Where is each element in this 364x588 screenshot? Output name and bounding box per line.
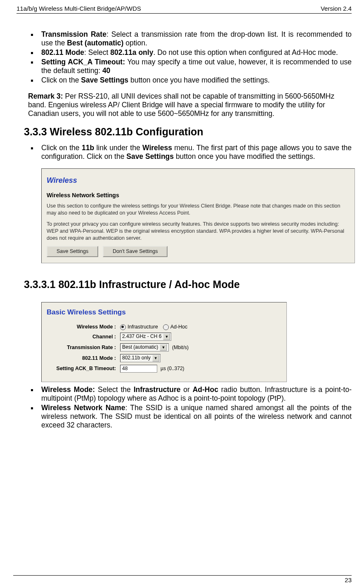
header-right: Version 2.4 [321,5,352,12]
top-bullet-list: Transmission Rate: Select a transmission… [17,30,352,85]
fig1-p2: To protect your privacy you can configur… [47,221,349,242]
chevron-down-icon: ▼ [160,344,167,351]
select-transmission-rate[interactable]: Best (automatic)▼ [120,343,169,352]
bullet-click-11b: Click on the 11b link under the Wireless… [38,144,352,161]
after-h2-bullet: Click on the 11b link under the Wireless… [17,144,352,161]
page-number: 23 [13,575,352,584]
radio-adhoc[interactable] [163,324,169,330]
chevron-down-icon: ▼ [152,355,159,361]
chevron-down-icon: ▼ [163,333,170,340]
select-80211-mode[interactable]: 802.11b only▼ [120,354,161,362]
select-channel[interactable]: 2.437 GHz - CH 6▼ [120,333,171,341]
bullet-ack-timeout: Setting ACK_A Timeout: You may specify a… [38,58,352,75]
label-wireless-mode: Wireless Mode : [47,324,120,330]
bullet-80211-mode: 802.11 Mode: Select 802.11a only. Do not… [38,48,352,57]
fig1-title: Wireless [47,176,349,185]
radio-infrastructure[interactable] [120,324,126,330]
bottom-bullet-list: Wireless Mode: Select the Infrastructure… [17,385,352,430]
label-channel: Channel : [47,334,120,340]
opt-infrastructure: Infrastructure [128,324,158,330]
opt-adhoc: Ad-Hoc [170,324,188,330]
input-ack-timeout[interactable]: 48 [120,365,157,372]
fig1-subhead: Wireless Network Settings [47,192,349,199]
label-ack-timeout: Setting ACK_B Timeout: [47,366,120,372]
save-settings-button[interactable]: Save Settings [47,246,98,257]
row-transmission-rate: Transmission Rate : Best (automatic)▼ (M… [47,343,281,352]
figure-wireless-settings: Wireless Wireless Network Settings Use t… [41,168,355,263]
unit-us: µs (0..372) [161,366,184,371]
row-channel: Channel : 2.437 GHz - CH 6▼ [47,333,281,341]
bullet-transmission-rate: Transmission Rate: Select a transmission… [38,30,352,47]
label-80211-mode: 802.11 Mode : [47,355,120,361]
fig2-title: Basic Wireless Settings [47,308,281,316]
dont-save-settings-button[interactable]: Don't Save Settings [103,246,168,257]
remark-3: Remark 3: Per RSS-210, all UNII devices … [28,92,349,118]
fig1-p1: Use this section to configure the wirele… [47,203,349,217]
unit-mbits: (Mbit/s) [172,345,189,350]
bullet-save-settings: Click on the Save Settings button once y… [38,76,352,85]
bullet-wireless-mode: Wireless Mode: Select the Infrastructure… [38,385,352,403]
heading-3331: 3.3.3.1 802.11b Infrastructure / Ad-hoc … [24,278,352,290]
row-80211-mode: 802.11 Mode : 802.11b only▼ [47,354,281,362]
figure-basic-wireless: Basic Wireless Settings Wireless Mode : … [41,302,287,382]
row-ack-timeout: Setting ACK_B Timeout: 48 µs (0..372) [47,365,281,372]
bullet-wireless-network-name: Wireless Network Name: The SSID is a uni… [38,404,352,430]
label-transmission-rate: Transmission Rate : [47,345,120,351]
heading-333: 3.3.3 Wireless 802.11b Configuration [24,125,352,138]
header-left: 11a/b/g Wireless Multi-Client Bridge/AP/… [17,5,141,12]
row-wireless-mode: Wireless Mode : Infrastructure Ad-Hoc [47,324,281,330]
